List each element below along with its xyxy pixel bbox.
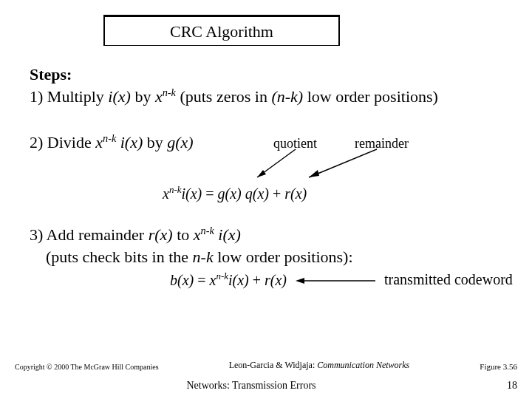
step-3-nk: n-k	[193, 248, 214, 266]
svg-marker-5	[296, 278, 304, 284]
step-3-mid: to	[173, 226, 194, 245]
step-3: 3) Add remainder r(x) to xn-k i(x) (puts…	[30, 224, 510, 268]
step-2-xnk-sup: n-k	[103, 132, 116, 144]
eq2-bx: b(x)	[170, 272, 194, 288]
step-3-xnk-sup: n-k	[201, 225, 214, 236]
step-3-num: 3)	[30, 226, 43, 245]
eq1-lhs-sup: n-k	[169, 184, 182, 195]
step-3-rx: r(x)	[149, 226, 173, 245]
step-2: 2) Divide xn-k i(x) by g(x) quotient rem…	[30, 132, 510, 154]
reference-text: Leon-Garcia & Widjaja: Communication Net…	[159, 360, 480, 371]
slide-title: CRC Algorithm	[105, 17, 338, 45]
footer-center-text: Networks: Transmission Errors	[15, 380, 488, 392]
figure-label: Figure 3.56	[480, 362, 517, 371]
steps-heading: Steps:	[30, 64, 510, 86]
footer-top-row: Copyright © 2000 The McGraw Hill Compani…	[0, 360, 532, 380]
eq1-lhs-x: x	[163, 185, 169, 201]
step-1-nk: (n-k)	[271, 87, 303, 106]
footer-bottom-row: Networks: Transmission Errors 18	[0, 380, 532, 392]
step-3-xnk: x	[194, 226, 201, 245]
reference-plain: Leon-Garcia & Widjaja:	[229, 360, 318, 370]
transmitted-codeword-label: transmitted codeword	[384, 270, 513, 290]
step-1-ix: i(x)	[108, 87, 131, 106]
equation-2: b(x) = xn-ki(x) + r(x) transmitted codew…	[170, 270, 510, 290]
step-1-tail: (puts zeros in	[176, 87, 272, 106]
step-1-tail2: low order positions)	[303, 87, 438, 106]
eq2-ix: i(x)	[228, 272, 249, 288]
eq1-eq: =	[202, 185, 217, 201]
step-2-gx: g(x)	[167, 133, 193, 151]
step-2-xnk: x	[95, 133, 103, 151]
transmitted-arrow-icon	[296, 276, 377, 285]
eq1-lhs-ix: i(x)	[182, 185, 202, 201]
step-1: 1) Multiply i(x) by xn-k (puts zeros in …	[30, 86, 510, 108]
step-3-ix: i(x)	[214, 226, 241, 245]
step-2-by: by	[143, 133, 167, 151]
step-1-num: 1)	[30, 87, 43, 106]
step-1-xnk: x	[155, 87, 163, 106]
eq2-plus: +	[249, 272, 265, 288]
content-area: Steps: 1) Multiply i(x) by xn-k (puts ze…	[30, 64, 510, 290]
step-1-xnk-sup: n-k	[163, 86, 176, 98]
eq2-sup: n-k	[216, 270, 228, 282]
step-2-pre: Divide	[43, 133, 95, 151]
svg-line-2	[309, 149, 377, 177]
step-2-ix: i(x)	[116, 133, 143, 151]
eq2-eq: =	[194, 272, 209, 288]
eq2-rx: r(x)	[265, 272, 287, 288]
step-1-by: by	[131, 87, 155, 106]
footer: Copyright © 2000 The McGraw Hill Compani…	[0, 360, 532, 392]
copyright-text: Copyright © 2000 The McGraw Hill Compani…	[15, 363, 159, 371]
reference-italic: Communication Networks	[317, 360, 409, 370]
remainder-arrow-icon	[303, 148, 392, 192]
step-1-pre: Multiply	[43, 87, 108, 106]
quotient-arrow-icon	[251, 148, 310, 192]
step-3-line2a: (puts check bits in the	[30, 248, 193, 266]
step-2-num: 2)	[30, 133, 43, 151]
step-3-line2b: low order positions):	[214, 248, 353, 266]
title-box: CRC Algorithm	[103, 15, 340, 46]
step-3-pre: Add remainder	[43, 226, 148, 245]
svg-marker-1	[257, 170, 266, 177]
svg-marker-3	[309, 170, 319, 177]
page-number: 18	[488, 380, 517, 392]
